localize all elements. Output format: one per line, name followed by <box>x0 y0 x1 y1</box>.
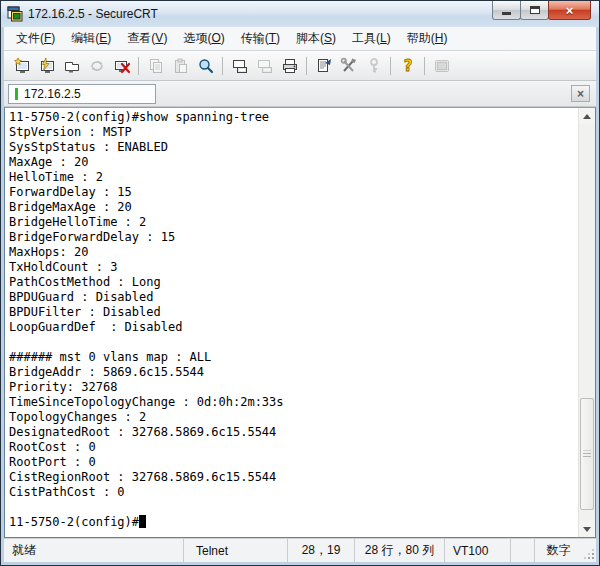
scroll-down-button[interactable] <box>579 521 595 537</box>
connect-in-tab-button[interactable] <box>59 54 84 78</box>
maximize-button[interactable] <box>520 1 549 20</box>
session-options-button[interactable] <box>311 54 336 78</box>
print-icon <box>281 57 299 75</box>
toolbar-separator <box>222 57 223 75</box>
tab-label: 172.16.2.5 <box>24 87 81 101</box>
tab-close-icon: × <box>577 88 584 100</box>
quick-connect-button[interactable] <box>9 54 34 78</box>
paste-icon <box>172 57 190 75</box>
receive-file-icon <box>256 57 274 75</box>
menu-item-help[interactable]: 帮助(H) <box>399 27 456 51</box>
send-file-icon <box>231 57 249 75</box>
global-options-button[interactable] <box>336 54 361 78</box>
terminal-cursor <box>139 515 146 528</box>
status-ready: 就绪 <box>4 539 183 562</box>
paste-button[interactable] <box>168 54 193 78</box>
maximize-icon <box>530 6 540 14</box>
toolbar: ? <box>4 51 596 81</box>
menu-bar: 文件(F)编辑(E)查看(V)选项(O)传输(T)脚本(S)工具(L)帮助(H) <box>4 27 596 51</box>
window-controls: × <box>493 1 591 20</box>
disconnect-button[interactable] <box>109 54 134 78</box>
scrollbar-thumb[interactable] <box>580 398 594 510</box>
securefx-icon <box>433 57 451 75</box>
key-icon <box>365 57 383 75</box>
find-icon <box>197 57 215 75</box>
arrow-down-icon <box>583 527 591 532</box>
arrow-up-icon <box>583 114 591 119</box>
tab-close-button[interactable]: × <box>571 85 590 102</box>
securefx-button[interactable] <box>429 54 454 78</box>
securecrt-window: 172.16.2.5 - SecureCRT × 文件(F)编辑(E)查看(V)… <box>0 0 600 566</box>
status-screen-size: 28 行，80 列 <box>354 539 444 562</box>
toolbar-separator <box>424 57 425 75</box>
send-file-button[interactable] <box>227 54 252 78</box>
client-area: 文件(F)编辑(E)查看(V)选项(O)传输(T)脚本(S)工具(L)帮助(H) <box>4 27 596 562</box>
scroll-up-button[interactable] <box>579 108 595 124</box>
connect-in-tab-icon <box>63 57 81 75</box>
keymap-button[interactable] <box>361 54 386 78</box>
resize-grip[interactable] <box>582 539 596 562</box>
status-numlock: 数字 <box>534 539 582 562</box>
menu-item-script[interactable]: 脚本(S) <box>288 27 344 51</box>
disconnect-icon <box>113 57 131 75</box>
status-spacer <box>510 539 534 562</box>
menu-item-view[interactable]: 查看(V) <box>119 27 175 51</box>
print-button[interactable] <box>277 54 302 78</box>
tab-bar: 172.16.2.5 × <box>4 81 596 107</box>
copy-button[interactable] <box>143 54 168 78</box>
title-bar: 172.16.2.5 - SecureCRT × <box>1 1 599 27</box>
help-icon: ? <box>399 57 417 75</box>
toolbar-separator <box>390 57 391 75</box>
find-button[interactable] <box>193 54 218 78</box>
terminal-text[interactable]: 11-5750-2(config)#show spanning-tree Stp… <box>5 108 578 537</box>
toolbar-separator <box>306 57 307 75</box>
reconnect-button[interactable] <box>84 54 109 78</box>
menu-item-transfer[interactable]: 传输(T) <box>233 27 288 51</box>
toolbar-separator <box>138 57 139 75</box>
status-cursor-position: 28，19 <box>287 539 354 562</box>
minimize-button[interactable] <box>492 1 521 20</box>
copy-icon <box>147 57 165 75</box>
close-icon: × <box>566 4 574 17</box>
status-emulation: VT100 <box>444 539 510 562</box>
terminal-area[interactable]: 11-5750-2(config)#show spanning-tree Stp… <box>4 107 596 538</box>
connect-icon <box>38 57 56 75</box>
connect-button[interactable] <box>34 54 59 78</box>
status-protocol: Telnet <box>183 539 287 562</box>
window-title: 172.16.2.5 - SecureCRT <box>28 7 158 21</box>
help-button[interactable]: ? <box>395 54 420 78</box>
receive-file-button[interactable] <box>252 54 277 78</box>
session-tab[interactable]: 172.16.2.5 <box>8 84 156 104</box>
session-options-icon <box>315 57 333 75</box>
quick-connect-icon <box>13 57 31 75</box>
vertical-scrollbar[interactable] <box>578 108 595 537</box>
menu-item-tools[interactable]: 工具(L) <box>344 27 399 51</box>
connected-indicator-icon <box>15 88 18 100</box>
menu-item-options[interactable]: 选项(O) <box>175 27 232 51</box>
menu-item-edit[interactable]: 编辑(E) <box>63 27 119 51</box>
menu-item-file[interactable]: 文件(F) <box>8 27 63 51</box>
reconnect-icon <box>88 57 106 75</box>
minimize-icon <box>502 12 511 15</box>
status-bar: 就绪 Telnet 28，19 28 行，80 列 VT100 数字 <box>4 538 596 562</box>
app-icon[interactable] <box>7 6 23 22</box>
global-options-icon <box>340 57 358 75</box>
svg-text:?: ? <box>403 57 412 75</box>
close-button[interactable]: × <box>548 1 591 20</box>
